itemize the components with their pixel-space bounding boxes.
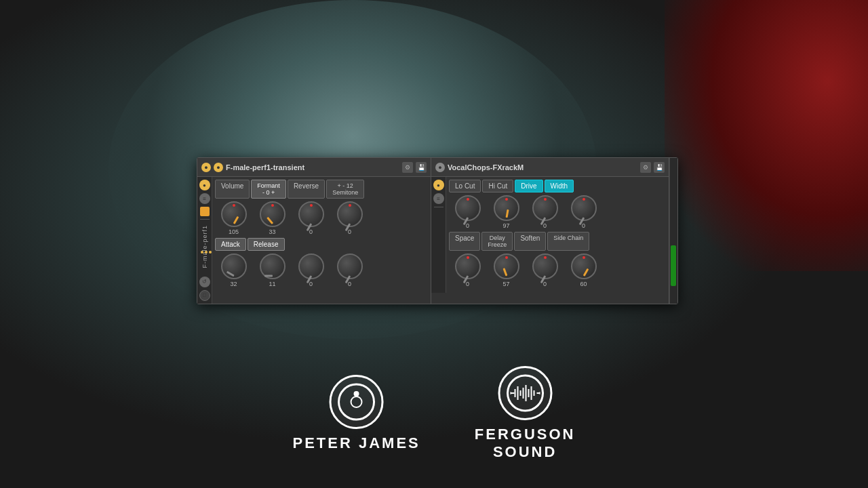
panel2-save-btn[interactable]: 💾 <box>654 162 665 173</box>
panel1-power-icon[interactable]: ● <box>201 163 211 172</box>
panel2-knob-soften-value: 0 <box>543 281 547 287</box>
panel2-knob-soften: 0 <box>526 253 564 287</box>
panel1-divider <box>200 219 210 220</box>
panel2-knob-width: 0 <box>565 195 602 229</box>
panel1-semitone-btn[interactable]: + - 12Semitone <box>326 180 364 199</box>
panel1-knob-volume-value: 105 <box>229 228 239 235</box>
dot-3 <box>209 251 212 253</box>
panel1-knob-attack-dial[interactable] <box>221 253 247 279</box>
svg-point-1 <box>351 396 362 407</box>
panel1-btn-row: Volume Formant- 0 + Reverse + - 12Semito… <box>215 180 428 199</box>
panel1-knob-volume: 105 <box>215 201 252 235</box>
panel-1: ● ● F-male-perf1-transient ⚙ 💾 ● ≡ F-mal… <box>197 158 431 304</box>
panel1-vertical-label: F-male-perf1 <box>201 225 208 268</box>
panel2-settings-btn[interactable]: ⚙ <box>640 162 651 173</box>
panel2-knob-locut-dial[interactable] <box>455 195 481 221</box>
panel2-knob-hicut-dial[interactable] <box>494 195 519 221</box>
ferguson-logo-svg <box>505 373 545 413</box>
panel2-sidechain-btn[interactable]: Side Chain <box>547 232 589 251</box>
panel2-side-controls: ● ≡ <box>431 177 446 293</box>
panel1-knob-attack-indicator <box>226 271 234 277</box>
panel2-width-btn[interactable]: Width <box>545 180 574 192</box>
panel2-knob-delay-dial[interactable] <box>494 253 519 279</box>
panel2-knob-delay-value: 57 <box>502 281 509 287</box>
panel2-knob-soften-dial[interactable] <box>532 253 558 279</box>
panel1-settings-btn[interactable]: ⚙ <box>402 162 413 173</box>
dot-1 <box>201 251 203 253</box>
panel1-knob-release-dial[interactable] <box>260 253 285 279</box>
panel2-knob-delay-dot <box>505 256 508 259</box>
scrollbar[interactable] <box>669 158 677 304</box>
panel2-knob-hicut-indicator <box>505 209 509 218</box>
panel2-btn-2[interactable]: ≡ <box>433 193 444 204</box>
panel1-knob-volume-dot <box>233 204 235 207</box>
panel2-knobs-bottom: 0 57 0 <box>449 253 666 287</box>
panel1-knob-semitone-dot <box>349 204 351 207</box>
scrollbar-thumb[interactable] <box>671 245 676 286</box>
panel1-knob-semitone: 0 <box>331 201 368 235</box>
panel1-btn-2[interactable]: ≡ <box>199 193 210 204</box>
panel1-btn-3[interactable] <box>200 207 210 216</box>
panel1-knob-formant: 33 <box>254 201 291 235</box>
bg-red <box>665 0 868 271</box>
panel2-btn-1[interactable]: ● <box>433 180 444 190</box>
panel2-hicut-btn[interactable]: Hi Cut <box>482 180 513 192</box>
panel1-status-icon[interactable]: ● <box>214 163 223 172</box>
panel1-knob-reverse: 0 <box>292 201 330 235</box>
svg-marker-15 <box>537 392 540 394</box>
panel1-knobs-top: 105 33 0 <box>215 201 428 235</box>
panel2-space-btn[interactable]: Space <box>449 232 480 251</box>
panel2-delay-btn[interactable]: DelayFreeze <box>481 232 513 251</box>
panel1-knob-formant-indicator <box>267 217 273 224</box>
panel1-knob-c4-dial[interactable] <box>337 253 363 279</box>
panel1-knob-c4-value: 0 <box>348 281 351 287</box>
dots-pattern <box>201 251 212 253</box>
peter-james-name: PETER JAMES <box>293 434 420 452</box>
panel1-title: F-male-perf1-transient <box>226 163 399 171</box>
panel1-knob-volume-dial[interactable] <box>221 201 247 227</box>
panel1-side-controls: ● ≡ F-male-perf1 ↺ □ <box>197 177 212 304</box>
panel2-knob-delay-indicator <box>502 268 507 276</box>
panel2-knob-drive: 0 <box>526 195 564 229</box>
panel1-knob-c3-value: 0 <box>309 281 313 287</box>
panel2-drive-btn[interactable]: Drive <box>515 180 542 192</box>
panel2-knob-width-dial[interactable] <box>571 195 597 221</box>
panel1-knob-reverse-dial[interactable] <box>298 201 324 227</box>
panel1-knob-c3-dial[interactable] <box>298 253 324 279</box>
panel1-attack-btn[interactable]: Attack <box>215 238 246 251</box>
panel1-btn-5[interactable]: □ <box>199 290 210 301</box>
panel1-knob-release-value: 11 <box>269 281 275 287</box>
panel1-knob-semitone-dial[interactable] <box>337 201 363 227</box>
panel1-volume-btn[interactable]: Volume <box>215 180 250 199</box>
panel2-btn-row-top: Lo Cut Hi Cut Drive Width <box>449 180 666 192</box>
panel1-knobs-bottom: 32 11 0 <box>215 253 428 287</box>
panel2-knobs-top: 0 97 0 <box>449 195 666 229</box>
panel2-title: VocalChops-FXrackM <box>448 163 637 171</box>
panel2-knob-locut: 0 <box>449 195 486 229</box>
panel2-knob-drive-value: 0 <box>543 222 547 229</box>
peter-james-logo <box>330 375 384 429</box>
panel2-knob-sidechain-indicator <box>583 268 589 277</box>
watermark: PETER JAMES F <box>293 366 576 461</box>
panel1-knob-attack: 32 <box>215 253 252 287</box>
panel1-release-btn[interactable]: Release <box>248 238 285 251</box>
panel2-power-icon[interactable]: ● <box>435 163 445 172</box>
panel2-soften-btn[interactable]: Soften <box>514 232 546 251</box>
panel1-formant-btn[interactable]: Formant- 0 + <box>251 180 286 199</box>
panel1-knob-formant-dial[interactable] <box>260 201 285 227</box>
panel2-knob-delay: 57 <box>488 253 525 287</box>
panel2-knob-space-value: 0 <box>466 281 469 287</box>
panel1-titlebar: ● ● F-male-perf1-transient ⚙ 💾 <box>197 158 431 177</box>
panel2-knob-drive-dial[interactable] <box>532 195 558 221</box>
panel2-knob-space-dial[interactable] <box>455 253 481 279</box>
panel1-btn-4[interactable]: ↺ <box>199 277 210 287</box>
panel2-main: Lo Cut Hi Cut Drive Width 0 <box>446 177 669 293</box>
peter-james-logo-svg <box>336 382 377 422</box>
panel1-inner: ● ≡ F-male-perf1 ↺ □ Volume Formant- 0 +… <box>197 177 431 304</box>
panel1-save-btn[interactable]: 💾 <box>416 162 427 173</box>
panel1-reverse-btn[interactable]: Reverse <box>288 180 325 199</box>
panel2-knob-sidechain-dial[interactable] <box>571 253 597 279</box>
ferguson-name: FERGUSON <box>475 426 576 443</box>
panel1-btn-1[interactable]: ● <box>199 180 210 190</box>
panel2-locut-btn[interactable]: Lo Cut <box>449 180 481 192</box>
